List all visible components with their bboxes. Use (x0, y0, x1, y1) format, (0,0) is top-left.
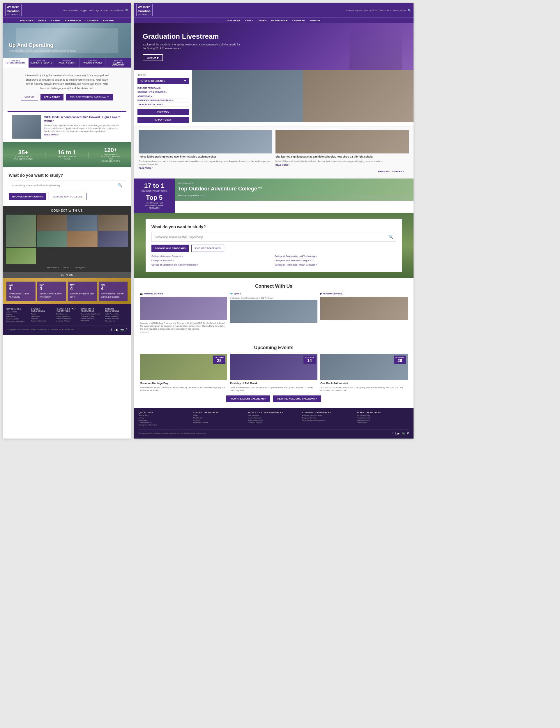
news-read-more-1[interactable]: READ MORE > (275, 164, 409, 166)
footer-link-hr[interactable]: Human Resources (56, 315, 78, 317)
right-footer-link-family[interactable]: Family Weekend (357, 417, 409, 419)
right-browse-programs-button[interactable]: BROWSE OUR PROGRAMS (151, 245, 189, 252)
footer-pinterest-icon[interactable]: P (126, 328, 128, 331)
footer-link-bb[interactable]: Blackboard (31, 315, 54, 317)
facebook-link[interactable]: Facebook > (47, 266, 59, 269)
info-link-3[interactable]: DISTANCE LEARNING PROGRAMS > (137, 98, 189, 103)
instagram-link[interactable]: Instagram > (75, 266, 87, 269)
right-nav-experience[interactable]: EXPERIENCE (269, 18, 290, 23)
nav-apply[interactable]: APPLY (36, 18, 49, 23)
feed-handle-2[interactable]: ▶ WesternCarolinaU (320, 292, 408, 295)
footer-link-acal[interactable]: Academic Calendar (31, 320, 54, 322)
right-footer-link-email[interactable]: Email (193, 415, 245, 416)
right-footer-link-financial[interactable]: Financial Aid (357, 422, 409, 423)
nav-engage[interactable]: ENGAGE (100, 18, 116, 23)
footer-link-jobs[interactable]: Jobs at WCU (6, 311, 29, 313)
tab-current-students[interactable]: INFO FOR CURRENT STUDENTS (29, 58, 54, 68)
footer-youtube-icon[interactable]: ▶ (116, 328, 119, 331)
tab-faculty-staff[interactable]: INFO FOR FACULTY & STAFF (54, 58, 80, 68)
footer-link-heritage[interactable]: Mountain Heritage Center (80, 313, 103, 315)
right-footer-link-acal[interactable]: Academic Calendar (193, 422, 245, 423)
feed-handle-0[interactable]: 📷 western_carolina (140, 292, 227, 295)
visit-us-button[interactable]: VISIT US (21, 94, 38, 100)
footer-link-careers[interactable]: Careers at WCU (6, 318, 29, 320)
footer-link-community[interactable]: Other Community Resources (80, 318, 103, 321)
nav-learn[interactable]: LEARN (49, 18, 62, 23)
nav-compete[interactable]: COMPETE (83, 18, 100, 23)
ranking-cta[interactable]: Discover Why We're #1 > (178, 194, 410, 197)
college-link-2[interactable]: College of Business > (151, 259, 273, 262)
right-visit-wcu-button[interactable]: VISIT WCU (137, 109, 189, 115)
apply-today-button[interactable]: APPLY TODAY (40, 94, 63, 100)
right-footer-link-directory[interactable]: Staff Directory (248, 415, 300, 416)
right-footer-link-emergency[interactable]: Emergency Information (139, 424, 191, 426)
watch-button[interactable]: WATCH ▶ (143, 54, 163, 61)
right-footer-link-hr[interactable]: Human Resources (248, 417, 300, 419)
story-read-more[interactable]: READ MORE > (44, 134, 122, 136)
footer-link-programs-kids[interactable]: Programs for Kids (80, 315, 103, 317)
info-for-select[interactable]: FUTURE STUDENTS ▼ (137, 78, 189, 84)
right-explore-academics-button[interactable]: EXPLORE ACADEMICS (191, 245, 224, 252)
right-footer-link-student[interactable]: Student Accounts (357, 419, 409, 421)
right-footer-instagram-icon[interactable]: 📷 (402, 432, 405, 435)
more-stories-link[interactable]: MORE WCU STORIES > (139, 169, 409, 175)
college-link-1[interactable]: College of Engineering and Technology > (275, 255, 396, 257)
header-link-news[interactable]: News & Events (63, 9, 78, 12)
right-header-link-news[interactable]: News & Events (346, 9, 362, 12)
right-footer-twitter-icon[interactable]: t (395, 432, 396, 435)
right-footer-link-careers[interactable]: Careers at WCU (139, 422, 191, 423)
footer-link-emergency[interactable]: Emergency Information (6, 320, 29, 322)
right-footer-link-heritage[interactable]: Mountain Heritage Center (302, 415, 354, 416)
footer-link-email[interactable]: Email (31, 313, 54, 315)
college-link-3[interactable]: College of Fine and Performing Arts > (275, 259, 396, 262)
right-footer-link-space[interactable]: Space Reservations (248, 419, 300, 421)
footer-link-financial-aid[interactable]: Financial Aid (105, 320, 128, 322)
footer-link-policies[interactable]: University Policies (56, 320, 78, 322)
right-header-link-give[interactable]: Give to WCU (363, 9, 377, 12)
info-link-2[interactable]: ADMISSIONS > (137, 94, 189, 98)
footer-facebook-icon[interactable]: f (111, 328, 112, 331)
college-link-4[interactable]: College of Education and Allied Professi… (151, 264, 273, 266)
twitter-link[interactable]: Twitter > (63, 266, 71, 269)
right-nav-compete[interactable]: COMPETE (290, 18, 307, 23)
right-nav-apply[interactable]: APPLY (243, 18, 255, 23)
header-link-quick[interactable]: Quick Links (96, 9, 108, 12)
left-logo[interactable]: Western Carolina UNIVERSITY (5, 4, 22, 16)
footer-link-blackboard[interactable]: Blackboard (6, 316, 29, 317)
tab-parents-family[interactable]: INFO FOR PARENTS & FAMILY (80, 58, 105, 68)
search-icon[interactable]: 🔍 (125, 9, 129, 12)
academic-calendar-button[interactable]: VIEW THE ACADEMIC CALENDAR > (273, 395, 321, 402)
event-calendar-button[interactable]: VIEW THE EVENT CALENDAR > (226, 395, 270, 402)
nav-experience[interactable]: EXPERIENCE (62, 18, 83, 23)
right-header-link-quick[interactable]: Quick Links (379, 9, 391, 12)
college-link-0[interactable]: College of Arts and Sciences > (151, 255, 273, 257)
tab-alumni-community[interactable]: INFO FOR ALUMNI & COMMUNITY (105, 58, 131, 68)
right-nav-engage[interactable]: ENGAGE (307, 18, 323, 23)
feed-handle-1[interactable]: 🐦 @wcu (230, 292, 317, 295)
footer-link-library[interactable]: Library (6, 313, 29, 315)
study-input[interactable] (9, 181, 115, 190)
right-apply-today-button[interactable]: APPLY TODAY (137, 117, 189, 123)
footer-link-student-accounts[interactable]: Student Accounts (105, 318, 128, 319)
footer-instagram-icon[interactable]: 📷 (120, 328, 124, 331)
right-footer-link-policies[interactable]: University Policies (248, 422, 300, 423)
college-link-5[interactable]: College of Health and Human Sciences > (275, 264, 396, 266)
footer-link-mywcu[interactable]: myWCU (31, 318, 54, 319)
info-link-1[interactable]: STUDENT LIFE & SERVICES > (137, 90, 189, 94)
right-footer-facebook-icon[interactable]: f (393, 432, 393, 435)
header-link-support[interactable]: Support WCU (80, 9, 94, 12)
right-nav-learn[interactable]: LEARN (255, 18, 269, 23)
right-footer-link-community[interactable]: Other Community Resources (302, 419, 354, 421)
right-footer-link-blackboard[interactable]: Blackboard (193, 417, 245, 419)
right-header-link-social[interactable]: Social Media (393, 9, 406, 12)
info-link-0[interactable]: EXPLORE PROGRAMS > (137, 86, 189, 90)
right-footer-youtube-icon[interactable]: ▶ (398, 432, 400, 435)
footer-twitter-icon[interactable]: t (114, 328, 115, 331)
right-footer-pinterest-icon[interactable]: P (407, 432, 409, 435)
footer-link-directory[interactable]: Staff Directory (56, 313, 78, 315)
footer-link-family-weekend[interactable]: Family Weekend (105, 315, 128, 317)
nav-discover[interactable]: DISCOVER (18, 18, 36, 23)
header-link-social[interactable]: Social Media (110, 9, 123, 12)
right-study-search-button[interactable]: 🔍 (386, 232, 396, 241)
right-footer-link-tips[interactable]: WCU Parent Tips (357, 415, 409, 416)
